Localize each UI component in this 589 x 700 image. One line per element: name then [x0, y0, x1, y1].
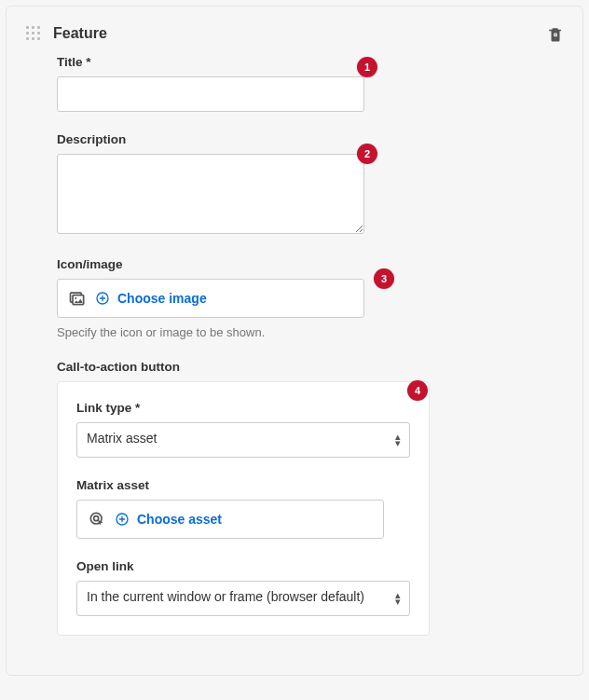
open-link-label: Open link: [76, 559, 410, 573]
drag-handle-icon[interactable]: [25, 25, 42, 42]
feature-panel: Feature Title * 1 Description 2 Icon/ima…: [6, 6, 583, 676]
image-icon: [67, 288, 88, 309]
panel-header: Feature: [25, 25, 564, 42]
plus-circle-icon: [95, 291, 110, 306]
title-field-group: Title * 1: [57, 55, 364, 112]
description-label: Description: [57, 132, 364, 146]
link-type-field: Link type * Matrix asset ▴▾: [76, 401, 410, 458]
plus-circle-icon: [115, 512, 130, 527]
icon-image-helper: Specify the icon or image to be shown.: [57, 325, 392, 339]
cta-label: Call-to-action button: [57, 360, 430, 374]
icon-image-field-group: Icon/image Choose image Specify the icon…: [57, 257, 392, 339]
icon-image-label: Icon/image: [57, 257, 392, 271]
choose-asset-button[interactable]: Choose asset: [76, 500, 384, 539]
description-textarea[interactable]: [57, 154, 364, 234]
open-link-field: Open link In the current window or frame…: [76, 559, 410, 616]
choose-image-label: Choose image: [117, 291, 207, 306]
choose-asset-label: Choose asset: [137, 512, 222, 527]
cta-nested-panel: Link type * Matrix asset ▴▾ Matrix asset: [57, 381, 430, 636]
title-input[interactable]: [57, 76, 364, 112]
panel-title: Feature: [53, 25, 107, 42]
choose-image-button[interactable]: Choose image: [57, 279, 364, 318]
link-type-label: Link type *: [76, 401, 410, 415]
trash-icon: [547, 25, 564, 44]
link-type-select-wrap: Matrix asset ▴▾: [76, 422, 410, 458]
delete-button[interactable]: [547, 25, 564, 44]
description-field-group: Description 2: [57, 132, 364, 237]
target-click-icon: [87, 509, 107, 529]
matrix-asset-field: Matrix asset: [76, 478, 410, 539]
open-link-select[interactable]: In the current window or frame (browser …: [76, 581, 410, 616]
matrix-asset-label: Matrix asset: [76, 478, 410, 492]
annotation-badge: 3: [374, 268, 394, 289]
cta-field-group: Call-to-action button Link type * Matrix…: [57, 360, 430, 636]
svg-rect-2: [73, 295, 84, 305]
title-label: Title *: [57, 55, 364, 69]
link-type-select[interactable]: Matrix asset: [76, 422, 410, 458]
svg-point-3: [75, 297, 76, 299]
open-link-select-wrap: In the current window or frame (browser …: [76, 581, 410, 616]
